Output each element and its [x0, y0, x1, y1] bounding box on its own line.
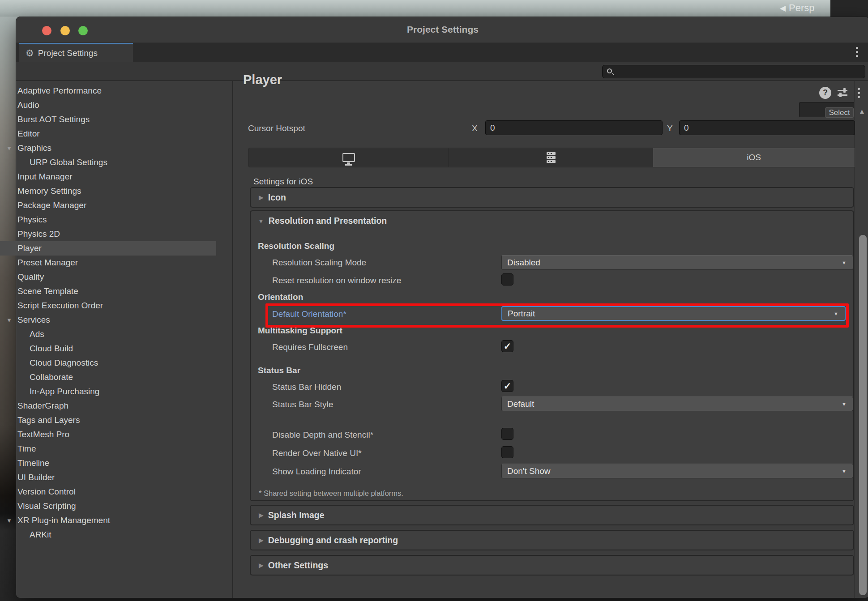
- disable-depth-checkbox[interactable]: [501, 428, 513, 440]
- expander-icon[interactable]: ▼: [6, 317, 12, 324]
- cursor-hotspot-y-label: Y: [667, 124, 673, 133]
- shared-setting-footnote: * Shared setting between multiple platfo…: [259, 489, 403, 498]
- render-native-ui-label: Render Over Native UI*: [272, 448, 362, 458]
- tab-platform-ios[interactable]: iOS: [653, 148, 855, 167]
- scroll-up-icon[interactable]: ▲: [859, 107, 865, 115]
- search-icon: [607, 68, 612, 73]
- sidebar-item-memory-settings[interactable]: Memory Settings: [0, 184, 216, 198]
- section-icon[interactable]: ▶ Icon: [250, 187, 854, 208]
- reset-resolution-checkbox[interactable]: [501, 273, 513, 286]
- collapsed-arrow-icon: ▶: [259, 511, 264, 519]
- chevron-down-icon: ▼: [842, 260, 847, 265]
- persp-label: Persp: [789, 2, 814, 14]
- more-menu-icon[interactable]: [858, 88, 860, 90]
- loading-indicator-label: Show Loading Indicator: [272, 467, 361, 477]
- expander-icon[interactable]: ▼: [6, 145, 12, 152]
- tab-platform-desktop[interactable]: [249, 148, 449, 167]
- requires-fullscreen-label: Requires Fullscreen: [272, 342, 348, 352]
- tab-strip: ⚙ Project Settings: [16, 43, 868, 62]
- status-bar-style-dropdown[interactable]: Default ▼: [501, 396, 853, 411]
- sidebar-item-version-control[interactable]: Version Control: [0, 485, 216, 499]
- sidebar-item-adaptive-performance[interactable]: Adaptive Performance: [0, 84, 216, 98]
- resolution-scaling-mode-dropdown[interactable]: Disabled ▼: [501, 255, 853, 270]
- search-row: [16, 62, 868, 81]
- sidebar-item-visual-scripting[interactable]: Visual Scripting: [0, 499, 216, 513]
- sidebar-divider[interactable]: [232, 81, 233, 598]
- chevron-down-icon: ▼: [842, 469, 847, 474]
- sidebar-item-cloud-build[interactable]: Cloud Build: [0, 341, 216, 356]
- sidebar-item-audio[interactable]: Audio: [0, 98, 216, 112]
- resolution-section-header[interactable]: ▼ Resolution and Presentation: [258, 216, 387, 226]
- settings-for-label: Settings for iOS: [253, 177, 313, 187]
- sidebar-item-burst-aot[interactable]: Burst AOT Settings: [0, 112, 216, 127]
- sidebar-item-shadergraph[interactable]: ShaderGraph: [0, 399, 216, 413]
- persp-arrow-icon: ◀: [780, 4, 786, 13]
- sidebar-item-in-app-purchasing[interactable]: In-App Purchasing: [0, 384, 216, 399]
- status-bar-style-label: Status Bar Style: [272, 400, 333, 409]
- sidebar-item-services[interactable]: ▼Services: [0, 313, 216, 327]
- render-native-ui-checkbox[interactable]: [501, 446, 513, 458]
- sidebar-item-urp-global-settings[interactable]: URP Global Settings: [0, 155, 216, 170]
- sidebar-item-quality[interactable]: Quality: [0, 270, 216, 284]
- expanded-arrow-icon: ▼: [258, 217, 264, 225]
- sidebar-item-textmesh-pro[interactable]: TextMesh Pro: [0, 427, 216, 442]
- select-button[interactable]: Select: [825, 107, 854, 118]
- orientation-header: Orientation: [258, 292, 303, 302]
- sidebar-item-ads[interactable]: Ads: [0, 327, 216, 341]
- tab-strip-menu-icon[interactable]: [856, 47, 858, 49]
- collapsed-arrow-icon: ▶: [259, 194, 264, 201]
- sidebar-item-script-execution-order[interactable]: Script Execution Order: [0, 298, 216, 313]
- help-icon[interactable]: ?: [819, 87, 831, 99]
- sidebar-item-package-manager[interactable]: Package Manager: [0, 198, 216, 213]
- chevron-down-icon: ▼: [842, 401, 847, 407]
- cursor-hotspot-x-label: X: [472, 124, 478, 133]
- status-bar-header: Status Bar: [258, 366, 300, 375]
- background-panel: [830, 0, 868, 17]
- reset-resolution-label: Reset resolution on window resize: [272, 276, 401, 286]
- gear-icon: ⚙: [26, 48, 34, 59]
- sidebar-item-physics[interactable]: Physics: [0, 213, 216, 227]
- sidebar-item-xr-plugin-management[interactable]: ▼XR Plug-in Management: [0, 513, 216, 528]
- scene-view-background: [0, 0, 868, 17]
- sidebar-item-input-manager[interactable]: Input Manager: [0, 170, 216, 184]
- section-debugging[interactable]: ▶ Debugging and crash reporting: [250, 530, 854, 550]
- sidebar-item-time[interactable]: Time: [0, 442, 216, 456]
- collapsed-arrow-icon: ▶: [259, 562, 264, 569]
- presets-sliders-icon[interactable]: [838, 89, 847, 97]
- annotation-highlight-box: [265, 303, 849, 328]
- sidebar-item-preset-manager[interactable]: Preset Manager: [0, 256, 216, 270]
- expander-icon[interactable]: ▼: [6, 517, 12, 524]
- cursor-hotspot-y-input[interactable]: 0: [679, 120, 855, 135]
- scene-gizmo-persp: ◀ Persp: [780, 1, 815, 15]
- requires-fullscreen-checkbox[interactable]: ✓: [501, 340, 513, 352]
- server-platform-icon: [547, 152, 556, 163]
- disable-depth-label: Disable Depth and Stencil*: [272, 430, 373, 440]
- section-splash-image[interactable]: ▶ Splash Image: [250, 505, 854, 525]
- sidebar-item-collaborate[interactable]: Collaborate: [0, 370, 216, 384]
- sidebar-item-player[interactable]: Player: [0, 241, 216, 256]
- sidebar-item-ui-builder[interactable]: UI Builder: [0, 470, 216, 485]
- loading-indicator-dropdown[interactable]: Don't Show ▼: [501, 464, 853, 478]
- ios-tab-label: iOS: [747, 153, 761, 162]
- section-other-settings[interactable]: ▶ Other Settings: [250, 555, 854, 575]
- tab-platform-dedicated-server[interactable]: [449, 148, 653, 167]
- sidebar-item-cloud-diagnostics[interactable]: Cloud Diagnostics: [0, 356, 216, 370]
- cursor-hotspot-x-input[interactable]: 0: [485, 120, 663, 135]
- sidebar-item-physics-2d[interactable]: Physics 2D: [0, 227, 216, 241]
- sidebar-item-scene-template[interactable]: Scene Template: [0, 284, 216, 298]
- cursor-hotspot-label: Cursor Hotspot: [248, 124, 305, 133]
- tab-project-settings[interactable]: ⚙ Project Settings: [19, 43, 133, 62]
- sidebar-item-tags-and-layers[interactable]: Tags and Layers: [0, 413, 216, 427]
- sidebar-item-graphics[interactable]: ▼Graphics: [0, 141, 216, 155]
- page-title: Player: [243, 72, 282, 87]
- sidebar-item-arkit[interactable]: ARKit: [0, 528, 216, 542]
- status-bar-hidden-label: Status Bar Hidden: [272, 382, 341, 392]
- sidebar-item-editor[interactable]: Editor: [0, 127, 216, 141]
- collapsed-arrow-icon: ▶: [259, 537, 264, 544]
- sidebar-item-timeline[interactable]: Timeline: [0, 456, 216, 470]
- status-bar-hidden-checkbox[interactable]: ✓: [501, 380, 513, 392]
- search-input[interactable]: [602, 65, 865, 78]
- window-titlebar[interactable]: Project Settings: [16, 17, 868, 43]
- resolution-scaling-header: Resolution Scaling: [258, 241, 334, 251]
- scrollbar-thumb[interactable]: [859, 235, 867, 595]
